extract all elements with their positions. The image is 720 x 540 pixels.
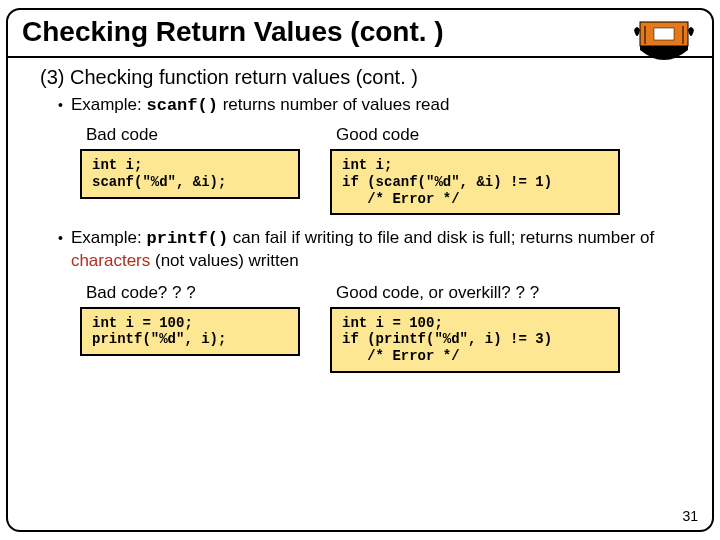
example1-bad-col: Bad code int i; scanf("%d", &i);	[80, 121, 300, 215]
example1-bad-label: Bad code	[86, 125, 300, 145]
example2-good-code: int i = 100; if (printf("%d", i) != 3) /…	[330, 307, 620, 373]
slide-frame: Checking Return Values (cont. ) (3) Chec…	[6, 8, 714, 532]
section-heading: (3) Checking function return values (con…	[40, 66, 688, 89]
example1-good-col: Good code int i; if (scanf("%d", &i) != …	[330, 121, 620, 215]
bullet-dot-icon: •	[58, 95, 63, 115]
characters-highlight: characters	[71, 251, 150, 270]
slide-title: Checking Return Values (cont. )	[22, 16, 698, 48]
example2-bad-label: Bad code? ? ?	[86, 283, 300, 303]
example1-good-label: Good code	[336, 125, 620, 145]
bullet-dot-icon: •	[58, 227, 63, 249]
example2-bullet: • Example: printf() can fail if writing …	[58, 227, 688, 272]
example2-good-label: Good code, or overkill? ? ?	[336, 283, 620, 303]
example1-good-code: int i; if (scanf("%d", &i) != 1) /* Erro…	[330, 149, 620, 215]
example2-good-col: Good code, or overkill? ? ? int i = 100;…	[330, 279, 620, 373]
printf-code: printf()	[147, 229, 229, 248]
example2-text: Example: printf() can fail if writing to…	[71, 227, 688, 272]
example1-columns: Bad code int i; scanf("%d", &i); Good co…	[80, 121, 688, 215]
content-area: (3) Checking function return values (con…	[8, 58, 712, 373]
scanf-code: scanf()	[147, 96, 218, 115]
example1-bullet: • Example: scanf() returns number of val…	[58, 95, 688, 115]
title-area: Checking Return Values (cont. )	[8, 10, 712, 52]
princeton-shield-icon	[634, 20, 694, 70]
example2-bad-code: int i = 100; printf("%d", i);	[80, 307, 300, 357]
example2-bad-col: Bad code? ? ? int i = 100; printf("%d", …	[80, 279, 300, 373]
example1-text: Example: scanf() returns number of value…	[71, 95, 450, 115]
svg-rect-1	[654, 28, 674, 40]
example2-columns: Bad code? ? ? int i = 100; printf("%d", …	[80, 279, 688, 373]
example1-bad-code: int i; scanf("%d", &i);	[80, 149, 300, 199]
page-number: 31	[682, 508, 698, 524]
